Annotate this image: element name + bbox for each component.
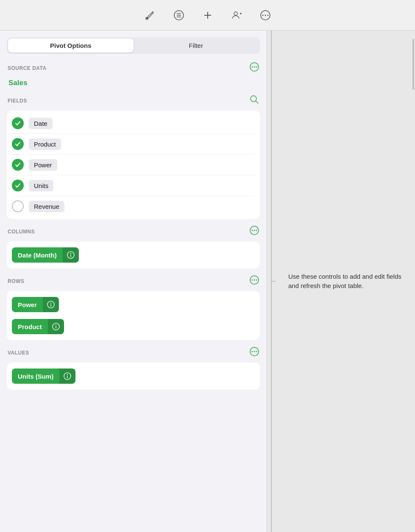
field-checkbox-revenue[interactable]	[12, 200, 24, 212]
svg-point-22	[252, 230, 253, 231]
tab-pivot-options[interactable]: Pivot Options	[8, 39, 134, 53]
field-row-power[interactable]: Power	[12, 155, 255, 175]
rows-tag-product-info-icon[interactable]	[48, 319, 64, 334]
svg-point-19	[251, 96, 256, 102]
svg-point-8	[234, 12, 237, 15]
values-tag-info-icon[interactable]	[59, 369, 75, 384]
tab-filter[interactable]: Filter	[134, 39, 259, 53]
svg-point-14	[267, 14, 268, 16]
field-tag-power: Power	[29, 159, 57, 171]
columns-header: COLUMNS	[7, 226, 260, 237]
add-person-icon[interactable]	[229, 8, 244, 23]
rows-more-icon[interactable]	[250, 275, 259, 287]
source-data-section: SOURCE DATA Sales	[7, 62, 260, 88]
svg-point-13	[265, 14, 266, 16]
columns-label: COLUMNS	[8, 229, 35, 235]
fields-header: FIELDS	[7, 95, 260, 106]
rows-tag-product-label: Product	[12, 320, 48, 334]
svg-point-34	[50, 302, 51, 303]
columns-tag-info-icon[interactable]	[63, 247, 79, 263]
svg-point-30	[254, 280, 255, 281]
rows-pivot-section: Power Product	[7, 291, 260, 340]
field-row-product[interactable]: Product	[12, 134, 255, 155]
fields-area: Date Product Power	[7, 111, 260, 219]
svg-point-23	[254, 230, 255, 231]
tab-bar: Pivot Options Filter	[7, 37, 260, 54]
rows-header: ROWS	[7, 275, 260, 287]
scrollbar-track[interactable]	[412, 30, 415, 532]
svg-point-29	[252, 280, 253, 281]
rows-tag-power-info-icon[interactable]	[43, 297, 59, 312]
source-data-label: SOURCE DATA	[8, 65, 47, 71]
scrollbar-thumb[interactable]	[412, 39, 414, 90]
source-data-header: SOURCE DATA	[7, 62, 260, 74]
field-checkbox-power[interactable]	[12, 159, 24, 171]
fields-section: FIELDS Date	[7, 95, 260, 219]
svg-point-41	[256, 351, 257, 352]
svg-point-39	[252, 351, 253, 352]
rows-tag-power-label: Power	[12, 298, 43, 312]
field-checkbox-units[interactable]	[12, 180, 24, 191]
values-tag-units-sum[interactable]: Units (Sum)	[12, 369, 75, 384]
list-icon[interactable]	[171, 8, 187, 23]
field-tag-date: Date	[29, 118, 53, 129]
annotation-text: Use these controls to add and edit field…	[288, 272, 402, 291]
values-label: VALUES	[8, 350, 29, 356]
svg-point-37	[56, 324, 56, 325]
field-tag-units: Units	[29, 180, 53, 191]
rows-tag-product[interactable]: Product	[12, 319, 64, 334]
more-icon[interactable]	[258, 8, 273, 23]
fields-search-icon[interactable]	[250, 95, 259, 106]
fields-label: FIELDS	[8, 98, 27, 104]
source-data-more-icon[interactable]	[250, 62, 259, 74]
svg-point-44	[67, 374, 68, 375]
field-checkbox-product[interactable]	[12, 138, 24, 150]
values-header: VALUES	[7, 347, 260, 358]
svg-point-40	[254, 351, 255, 352]
field-row-units[interactable]: Units	[12, 175, 255, 196]
paintbrush-icon[interactable]	[142, 8, 158, 23]
svg-line-20	[256, 101, 259, 104]
source-data-value[interactable]: Sales	[7, 78, 260, 88]
values-pivot-section: Units (Sum)	[7, 363, 260, 390]
values-tag-units-sum-label: Units (Sum)	[12, 369, 59, 383]
rows-label: ROWS	[8, 278, 24, 284]
svg-point-27	[70, 253, 71, 254]
field-tag-revenue: Revenue	[29, 201, 64, 212]
add-icon[interactable]	[200, 8, 215, 23]
rows-section: ROWS Power	[7, 275, 260, 340]
field-checkbox-date[interactable]	[12, 117, 24, 129]
columns-tag-date-month-label: Date (Month)	[12, 248, 63, 262]
svg-point-12	[262, 14, 263, 16]
toolbar	[0, 0, 415, 30]
right-panel: Use these controls to add and edit field…	[267, 30, 415, 532]
svg-point-16	[252, 66, 253, 68]
values-more-icon[interactable]	[250, 347, 259, 358]
svg-point-18	[256, 66, 257, 68]
field-row-revenue[interactable]: Revenue	[12, 196, 255, 216]
svg-point-17	[254, 66, 255, 68]
field-tag-product: Product	[29, 139, 61, 150]
main-container: Pivot Options Filter SOURCE DATA Sales	[0, 30, 415, 532]
values-section: VALUES Units (Sum)	[7, 347, 260, 390]
rows-tag-power[interactable]: Power	[12, 297, 59, 312]
columns-more-icon[interactable]	[250, 226, 259, 237]
field-row-date[interactable]: Date	[12, 113, 255, 134]
columns-tag-date-month[interactable]: Date (Month)	[12, 247, 79, 263]
svg-point-31	[256, 280, 257, 281]
left-panel: Pivot Options Filter SOURCE DATA Sales	[0, 30, 267, 532]
columns-pivot-section: Date (Month)	[7, 241, 260, 269]
columns-section: COLUMNS Date (Month)	[7, 226, 260, 269]
svg-point-24	[256, 230, 257, 231]
